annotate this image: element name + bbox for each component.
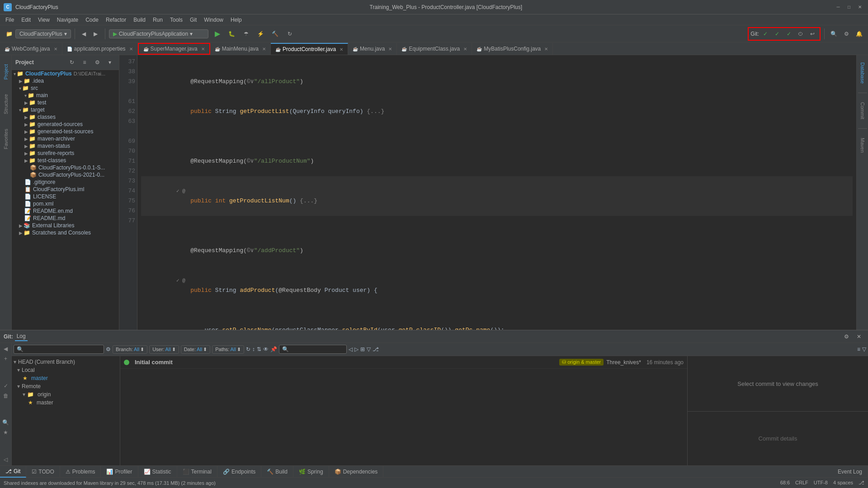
commit-tool-tab[interactable]: Commit bbox=[859, 99, 866, 123]
menu-help[interactable]: Help bbox=[227, 16, 245, 24]
tab-mybatisconfig[interactable]: ☕ MyBatisPlusConfig.java ✕ bbox=[472, 43, 553, 55]
tree-maven-archiver[interactable]: ▶ 📁 maven-archiver bbox=[12, 135, 119, 142]
tree-scratches[interactable]: ▶ 📁 Scratches and Consoles bbox=[12, 229, 119, 236]
settings-button[interactable]: ⚙ bbox=[841, 28, 852, 39]
forward-button[interactable]: ▶ bbox=[90, 28, 101, 39]
git-star-icon[interactable]: ★ bbox=[1, 427, 11, 437]
date-filter[interactable]: Date: All ⬍ bbox=[181, 345, 211, 354]
git-check-2[interactable]: ✓ bbox=[772, 28, 783, 39]
remote-master-branch[interactable]: ★ master bbox=[12, 399, 120, 407]
tree-jar-1[interactable]: 📦 CloudFactoryPlus-0.0.1-S... bbox=[12, 164, 119, 171]
tree-gitignore[interactable]: 📄 .gitignore bbox=[12, 178, 119, 186]
close-productcontroller[interactable]: ✕ bbox=[340, 47, 343, 52]
tree-test-classes[interactable]: ▶ 📁 test-classes bbox=[12, 157, 119, 164]
tree-jar-2[interactable]: 📦 CloudFactoryPlus-2021-0... bbox=[12, 171, 119, 178]
coverage-button[interactable]: ☂ bbox=[241, 28, 252, 39]
git-refresh-icon[interactable]: ↻ bbox=[246, 346, 250, 352]
menu-git[interactable]: Git bbox=[186, 16, 200, 24]
close-menu[interactable]: ✕ bbox=[388, 47, 392, 52]
tab-webconfig[interactable]: ☕ WebConfig.java ✕ bbox=[0, 43, 62, 55]
project-collapse-icon[interactable]: ≡ bbox=[79, 57, 90, 68]
git-structure-icon[interactable]: 🔍 bbox=[1, 418, 11, 427]
tree-test[interactable]: ▶ 📁 test bbox=[12, 99, 119, 106]
remote-branch-group[interactable]: ▾ Remote bbox=[12, 382, 120, 390]
git-sort-icon[interactable]: ↕ bbox=[252, 346, 255, 352]
tab-mainmenu[interactable]: ☕ MainMenu.java ✕ bbox=[210, 43, 271, 55]
tree-idea[interactable]: ▶ 📁 .idea bbox=[12, 77, 119, 84]
git-check-icon[interactable]: ✓ bbox=[1, 381, 11, 391]
branch-filter[interactable]: Branch: All ⬍ bbox=[113, 345, 147, 354]
status-encoding[interactable]: UTF-8 bbox=[814, 480, 828, 486]
search-everywhere-button[interactable]: 🔍 bbox=[828, 28, 839, 39]
git-align-icon[interactable]: ≡ bbox=[857, 346, 860, 352]
favorites-tool-tab[interactable]: Favorites bbox=[2, 123, 9, 155]
tab-application-properties[interactable]: 📄 application.properties ✕ bbox=[62, 43, 138, 55]
taskbar-build[interactable]: 🔨 Build bbox=[261, 466, 293, 478]
build-button[interactable]: 🔨 bbox=[270, 28, 281, 39]
tree-target[interactable]: ▾ 📁 target bbox=[12, 106, 119, 113]
minimize-button[interactable]: ─ bbox=[834, 3, 843, 12]
origin-group[interactable]: ▾ 📁 origin bbox=[12, 390, 120, 399]
menu-view[interactable]: View bbox=[34, 16, 53, 24]
tab-equipmentclass[interactable]: ☕ EquipmentClass.java ✕ bbox=[397, 43, 472, 55]
git-grid-icon[interactable]: ⊞ bbox=[360, 346, 365, 352]
taskbar-statistic[interactable]: 📈 Statistic bbox=[138, 466, 177, 478]
tree-pom[interactable]: 📄 pom.xml bbox=[12, 200, 119, 207]
git-add-icon[interactable]: + bbox=[1, 354, 11, 364]
project-dropdown[interactable]: CloudFactoryPlus ▾ bbox=[15, 29, 71, 38]
debug-button[interactable]: 🐛 bbox=[226, 28, 237, 39]
tree-ext-libs[interactable]: ▶ 📚 External Libraries bbox=[12, 222, 119, 229]
commit-row-initial[interactable]: Initial commit ⛁ origin & master Three_k… bbox=[120, 356, 687, 369]
menu-tools[interactable]: Tools bbox=[166, 16, 186, 24]
user-filter[interactable]: User: All ⬍ bbox=[149, 345, 179, 354]
close-supermanager[interactable]: ✕ bbox=[201, 47, 205, 52]
git-log-tab[interactable]: Log bbox=[15, 332, 28, 341]
tree-main[interactable]: ▾ 📁 main bbox=[12, 92, 119, 99]
menu-build[interactable]: Build bbox=[130, 16, 149, 24]
tree-maven-status[interactable]: ▶ 📁 maven-status bbox=[12, 142, 119, 150]
taskbar-endpoints[interactable]: 🔗 Endpoints bbox=[217, 466, 261, 478]
git-clock[interactable]: ⏲ bbox=[795, 28, 806, 39]
taskbar-spring[interactable]: 🌿 Spring bbox=[293, 466, 329, 478]
project-settings-icon[interactable]: ⚙ bbox=[92, 57, 103, 68]
head-branch[interactable]: ▾ HEAD (Current Branch) bbox=[12, 358, 120, 366]
tree-license[interactable]: 📄 LICENSE bbox=[12, 193, 119, 200]
git-expand-icon[interactable]: ◁ bbox=[1, 455, 11, 465]
taskbar-problems[interactable]: ⚠ Problems bbox=[60, 466, 101, 478]
git-settings-icon[interactable]: ⚙ bbox=[841, 331, 852, 342]
tree-gen-sources[interactable]: ▶ 📁 generated-sources bbox=[12, 121, 119, 128]
tab-productcontroller[interactable]: ☕ ProductController.java ✕ bbox=[271, 43, 348, 55]
tree-root[interactable]: ▾ 📁 CloudFactoryPlus D:\IDEA\Trai... bbox=[12, 70, 119, 77]
tree-src[interactable]: ▾ 📁 src bbox=[12, 84, 119, 92]
run-config-dropdown[interactable]: ▶ CloudFactoryPlusApplication ▾ bbox=[109, 29, 208, 38]
run-button[interactable]: ▶ bbox=[212, 28, 223, 39]
git-undo[interactable]: ↩ bbox=[807, 28, 818, 39]
close-equipmentclass[interactable]: ✕ bbox=[463, 47, 467, 52]
git-commit-search[interactable] bbox=[279, 345, 347, 354]
taskbar-terminal[interactable]: ⬛ Terminal bbox=[177, 466, 217, 478]
project-tool-tab[interactable]: Project bbox=[2, 59, 9, 85]
git-check-3[interactable]: ✓ bbox=[783, 28, 794, 39]
git-branch-icon[interactable]: ⎇ bbox=[373, 346, 379, 352]
git-view-icon[interactable]: 👁 bbox=[263, 346, 269, 352]
taskbar-todo[interactable]: ☑ TODO bbox=[26, 466, 60, 478]
local-master-branch[interactable]: ★ master bbox=[12, 374, 120, 382]
git-search-next[interactable]: ▷ bbox=[354, 346, 359, 352]
menu-refactor[interactable]: Refactor bbox=[102, 16, 130, 24]
database-tool-tab[interactable]: Database bbox=[859, 59, 866, 87]
close-app-props[interactable]: ✕ bbox=[129, 47, 133, 52]
close-mybatisconfig[interactable]: ✕ bbox=[544, 47, 548, 52]
tree-classes[interactable]: ▶ 📁 classes bbox=[12, 113, 119, 121]
git-collapse-icon[interactable]: ▽ bbox=[862, 346, 866, 352]
tree-iml[interactable]: 📋 CloudFactoryPlus.iml bbox=[12, 186, 119, 193]
profile-button[interactable]: ⚡ bbox=[255, 28, 266, 39]
status-line-ending[interactable]: CRLF bbox=[795, 480, 808, 486]
taskbar-profiler[interactable]: 📊 Profiler bbox=[101, 466, 138, 478]
git-search-prev[interactable]: ◁ bbox=[349, 346, 353, 352]
structure-tool-tab[interactable]: Structure bbox=[2, 89, 9, 120]
tree-surefire[interactable]: ▶ 📁 surefire-reports bbox=[12, 150, 119, 157]
local-branch-group[interactable]: ▾ Local bbox=[12, 366, 120, 374]
tree-readme-en[interactable]: 📝 README.en.md bbox=[12, 207, 119, 215]
maximize-button[interactable]: □ bbox=[844, 3, 854, 12]
git-sort2-icon[interactable]: ⇅ bbox=[257, 346, 261, 352]
